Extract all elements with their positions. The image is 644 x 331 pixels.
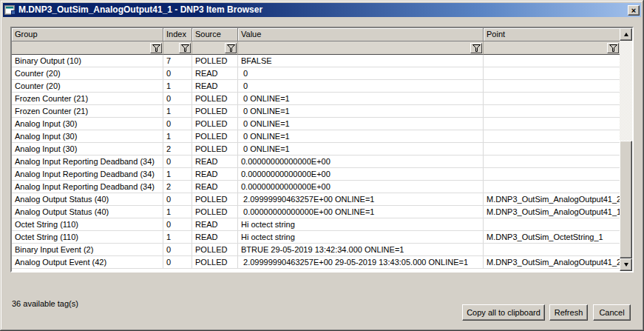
filter-cell-group[interactable] xyxy=(12,41,163,55)
cell-value: 2.09999990463257E+00 ONLINE=1 xyxy=(238,193,484,205)
cell-group: Frozen Counter (21) xyxy=(12,93,163,104)
cell-value: Hi octect string xyxy=(238,218,484,230)
filter-cell-source[interactable] xyxy=(192,41,238,55)
filter-cell-point[interactable] xyxy=(484,41,620,55)
filter-button-index[interactable] xyxy=(179,43,191,53)
table-row[interactable]: Analog Input (30) 0 POLLED 0 ONLINE=1 xyxy=(12,118,620,130)
cell-index: 0 xyxy=(163,67,192,79)
refresh-button[interactable]: Refresh xyxy=(549,304,588,321)
cell-source: READ xyxy=(192,156,238,167)
table-row[interactable]: Counter (20) 0 READ 0 xyxy=(12,67,620,80)
cell-value: 0 ONLINE=1 xyxy=(238,105,484,117)
cell-point: M.DNP3_OutSim_AnalogOutput41_2 xyxy=(484,256,620,268)
filter-button-group[interactable] xyxy=(150,43,162,53)
close-button[interactable]: × xyxy=(628,5,640,16)
cell-source: READ xyxy=(192,67,238,79)
cell-value: Hi octect string xyxy=(238,231,484,243)
table-row[interactable]: Counter (20) 1 READ 0 xyxy=(12,80,620,93)
cell-source: READ xyxy=(192,181,238,193)
cell-value: BFALSE xyxy=(238,55,484,67)
funnel-icon xyxy=(152,44,160,52)
table-row[interactable]: Analog Input Reporting Deadband (34) 0 R… xyxy=(12,156,620,168)
cell-source: POLLED xyxy=(192,93,238,104)
cell-index: 1 xyxy=(163,206,192,218)
table-row[interactable]: Frozen Counter (21) 0 POLLED 0 ONLINE=1 xyxy=(12,93,620,105)
item-table: Group Index Source Value Point xyxy=(10,27,634,273)
scroll-up-button[interactable] xyxy=(620,28,632,41)
column-header-index[interactable]: Index xyxy=(163,28,192,41)
cell-index: 2 xyxy=(163,181,192,193)
cell-value: 2.09999990463257E+00 29-05-2019 13:43:05… xyxy=(238,256,484,268)
column-header-group[interactable]: Group xyxy=(12,28,163,41)
cell-point: M.DNP3_OutSim_AnalogOutput41_2 xyxy=(484,193,620,205)
cell-index: 2 xyxy=(163,143,192,155)
table-row[interactable]: Analog Input Reporting Deadband (34) 2 R… xyxy=(12,181,620,193)
triangle-down-icon xyxy=(624,263,628,267)
cell-value: 0.00000000000000E+00 xyxy=(238,168,484,180)
cell-source: POLLED xyxy=(192,193,238,205)
table-row[interactable]: Octet String (110) 1 READ Hi octect stri… xyxy=(12,231,620,244)
filter-button-value[interactable] xyxy=(470,43,482,53)
cell-index: 1 xyxy=(163,80,192,92)
cell-group: Octet String (110) xyxy=(12,218,163,230)
filter-button-point[interactable] xyxy=(607,43,619,53)
table-row[interactable]: Frozen Counter (21) 1 POLLED 0 ONLINE=1 xyxy=(12,105,620,118)
cell-group: Analog Input (30) xyxy=(12,143,163,155)
funnel-icon xyxy=(472,44,481,52)
table-row[interactable]: Octet String (110) 0 READ Hi octect stri… xyxy=(12,218,620,231)
vertical-scrollbar[interactable] xyxy=(620,28,632,271)
funnel-icon xyxy=(227,44,235,52)
table-row[interactable]: Binary Input Event (2) 0 POLLED BTRUE 29… xyxy=(12,244,620,256)
cell-value: 0 ONLINE=1 xyxy=(238,143,484,155)
cell-point xyxy=(484,118,620,130)
scroll-down-button[interactable] xyxy=(620,258,632,271)
cell-group: Analog Input Reporting Deadband (34) xyxy=(12,168,163,180)
cell-source: POLLED xyxy=(192,206,238,218)
cell-value: 0.00000000000000E+00 ONLINE=1 xyxy=(238,206,484,218)
cell-source: READ xyxy=(192,231,238,243)
column-header-source[interactable]: Source xyxy=(192,28,238,41)
column-header-point[interactable]: Point xyxy=(484,28,620,41)
table-row[interactable]: Analog Output Status (40) 1 POLLED 0.000… xyxy=(12,206,620,218)
cell-source: READ xyxy=(192,218,238,230)
cell-value: 0.00000000000000E+00 xyxy=(238,156,484,167)
cell-source: POLLED xyxy=(192,244,238,255)
table-row[interactable]: Binary Output (10) 7 POLLED BFALSE xyxy=(12,55,620,67)
cell-index: 0 xyxy=(163,156,192,167)
cell-value: BTRUE 29-05-2019 13:42:34.000 ONLINE=1 xyxy=(238,244,484,255)
cell-index: 1 xyxy=(163,231,192,243)
cell-point xyxy=(484,105,620,117)
table-row[interactable]: Analog Input (30) 1 POLLED 0 ONLINE=1 xyxy=(12,130,620,143)
cell-index: 0 xyxy=(163,218,192,230)
cell-point xyxy=(484,181,620,193)
table-row[interactable]: Analog Output Event (42) 0 POLLED 2.0999… xyxy=(12,256,620,269)
filter-cell-index[interactable] xyxy=(163,41,192,55)
table-row[interactable]: Analog Input (30) 2 POLLED 0 ONLINE=1 xyxy=(12,143,620,156)
copy-all-to-clipboard-button[interactable]: Copy all to clipboard xyxy=(462,304,545,321)
cell-source: POLLED xyxy=(192,118,238,130)
cancel-button[interactable]: Cancel xyxy=(593,304,631,321)
cell-group: Binary Output (10) xyxy=(12,55,163,67)
funnel-icon xyxy=(609,44,617,52)
cell-point xyxy=(484,80,620,92)
cell-index: 0 xyxy=(163,93,192,104)
cell-group: Octet String (110) xyxy=(12,231,163,243)
filter-cell-value[interactable] xyxy=(238,41,484,55)
cell-index: 7 xyxy=(163,55,192,67)
available-tags-status: 36 available tag(s) xyxy=(12,299,78,308)
table-row[interactable]: Analog Input Reporting Deadband (34) 1 R… xyxy=(12,168,620,181)
filter-button-source[interactable] xyxy=(225,43,237,53)
cell-source: POLLED xyxy=(192,256,238,268)
cell-index: 1 xyxy=(163,168,192,180)
column-header-value[interactable]: Value xyxy=(238,28,484,41)
table-header-row: Group Index Source Value Point xyxy=(12,28,620,41)
cell-value: 0 xyxy=(238,80,484,92)
cell-source: POLLED xyxy=(192,143,238,155)
cell-index: 1 xyxy=(163,105,192,117)
scrollbar-thumb[interactable] xyxy=(620,141,632,258)
table-row[interactable]: Analog Output Status (40) 0 POLLED 2.099… xyxy=(12,193,620,206)
cell-point: M.DNP3_OutSim_AnalogOutput41_1 xyxy=(484,206,620,218)
cell-source: READ xyxy=(192,168,238,180)
titlebar: M.DNP3_OutSim_AnalogOutput41_1 - DNP3 It… xyxy=(3,3,641,17)
cell-point xyxy=(484,218,620,230)
